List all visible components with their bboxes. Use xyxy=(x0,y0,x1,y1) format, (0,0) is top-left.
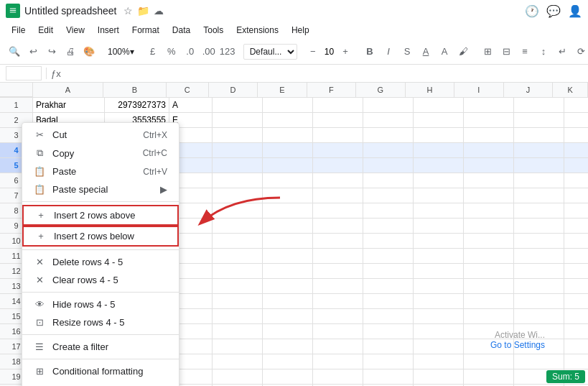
cell[interactable] xyxy=(213,324,263,339)
col-header-g[interactable]: G xyxy=(356,83,406,97)
cloud-icon[interactable]: ☁ xyxy=(154,5,164,17)
cell[interactable] xyxy=(213,98,263,112)
cell[interactable] xyxy=(263,369,313,384)
cell[interactable] xyxy=(464,249,514,263)
cell[interactable] xyxy=(414,98,464,112)
cell-reference[interactable]: 4:5 xyxy=(6,66,42,81)
cell[interactable] xyxy=(263,113,313,127)
context-menu-item[interactable]: ⧉CopyCtrl+C xyxy=(22,144,179,162)
cell[interactable] xyxy=(464,188,514,203)
cell[interactable] xyxy=(363,264,414,278)
col-header-c[interactable]: C xyxy=(167,83,209,97)
wrap-btn[interactable]: ↵ xyxy=(554,42,571,62)
cell[interactable] xyxy=(363,98,414,112)
cell[interactable] xyxy=(464,203,514,218)
cell[interactable] xyxy=(464,113,514,127)
star-icon[interactable]: ☆ xyxy=(123,5,133,17)
col-header-k[interactable]: K xyxy=(553,83,588,97)
cell[interactable] xyxy=(564,113,588,127)
cell[interactable] xyxy=(564,324,588,339)
cell[interactable]: Prakhar xyxy=(33,98,105,112)
history-icon[interactable]: 🕐 xyxy=(525,4,539,18)
context-menu-item[interactable]: ✕Clear rows 4 - 5 xyxy=(22,271,179,289)
cell[interactable] xyxy=(363,279,414,293)
cell[interactable] xyxy=(464,264,514,278)
cell[interactable] xyxy=(564,264,588,278)
rotate-btn[interactable]: ⟳ xyxy=(572,42,588,62)
cell[interactable] xyxy=(514,128,564,142)
cell[interactable] xyxy=(514,98,564,112)
col-header-e[interactable]: E xyxy=(258,83,307,97)
cell[interactable] xyxy=(564,188,588,203)
cell[interactable] xyxy=(464,98,514,112)
cell[interactable] xyxy=(313,113,363,127)
cell[interactable] xyxy=(464,234,514,248)
borders-btn[interactable]: ⊞ xyxy=(479,42,496,62)
cell[interactable] xyxy=(313,339,363,354)
context-menu-item[interactable]: 📋PasteCtrl+V xyxy=(22,162,179,180)
cell[interactable] xyxy=(464,294,514,308)
cell[interactable] xyxy=(564,354,588,369)
cell[interactable] xyxy=(263,324,313,339)
context-menu-item[interactable]: ⊡Resize rows 4 - 5 xyxy=(22,313,179,331)
cell[interactable] xyxy=(263,128,313,142)
cell[interactable] xyxy=(464,309,514,323)
cell[interactable] xyxy=(363,354,414,369)
cell[interactable] xyxy=(514,173,564,188)
cell[interactable] xyxy=(564,219,588,233)
cell[interactable] xyxy=(464,173,514,188)
cell[interactable] xyxy=(414,309,464,323)
cell[interactable] xyxy=(213,294,263,308)
cell[interactable] xyxy=(263,234,313,248)
font-size-decrease[interactable]: − xyxy=(304,42,322,62)
cell[interactable] xyxy=(414,339,464,354)
cell[interactable] xyxy=(414,369,464,384)
cell[interactable] xyxy=(313,173,363,188)
cell[interactable] xyxy=(363,219,414,233)
cell[interactable] xyxy=(514,354,564,369)
cell[interactable] xyxy=(363,188,414,203)
cell[interactable] xyxy=(464,143,514,157)
cell[interactable] xyxy=(414,279,464,293)
cell[interactable] xyxy=(213,128,263,142)
cell[interactable] xyxy=(213,369,263,384)
strikethrough-btn[interactable]: S xyxy=(398,42,416,62)
cell[interactable] xyxy=(414,143,464,157)
cell[interactable] xyxy=(263,158,313,173)
menu-edit[interactable]: Edit xyxy=(32,24,59,37)
cell[interactable]: A xyxy=(169,98,213,112)
cell[interactable] xyxy=(564,249,588,263)
context-menu-item[interactable]: ⊞Conditional formatting xyxy=(22,362,179,380)
format123-btn[interactable]: 123 xyxy=(219,42,236,62)
cell[interactable] xyxy=(564,98,588,112)
cell[interactable] xyxy=(564,234,588,248)
cell[interactable] xyxy=(263,309,313,323)
cell[interactable] xyxy=(514,113,564,127)
cell[interactable] xyxy=(464,128,514,142)
menu-file[interactable]: File xyxy=(6,24,31,37)
cell[interactable] xyxy=(313,264,363,278)
cell[interactable] xyxy=(414,203,464,218)
cell[interactable] xyxy=(514,188,564,203)
cell[interactable] xyxy=(514,309,564,323)
cell[interactable] xyxy=(363,294,414,308)
underline-btn[interactable]: A xyxy=(417,42,434,62)
decimal1-btn[interactable]: .0 xyxy=(182,42,199,62)
cell[interactable] xyxy=(263,188,313,203)
cell[interactable] xyxy=(363,324,414,339)
cell[interactable] xyxy=(313,203,363,218)
context-menu-item[interactable]: +Insert 2 rows above xyxy=(22,205,179,226)
cell[interactable] xyxy=(514,264,564,278)
cell[interactable] xyxy=(564,279,588,293)
cell[interactable] xyxy=(464,354,514,369)
cell[interactable] xyxy=(263,173,313,188)
comments-icon[interactable]: 💬 xyxy=(546,4,561,18)
cell[interactable] xyxy=(313,369,363,384)
cell[interactable] xyxy=(564,158,588,173)
cell[interactable] xyxy=(514,249,564,263)
cell[interactable] xyxy=(313,158,363,173)
cell[interactable] xyxy=(514,234,564,248)
share-icon[interactable]: 👤 xyxy=(568,4,582,18)
menu-tools[interactable]: Tools xyxy=(197,24,229,37)
menu-format[interactable]: Format xyxy=(126,24,165,37)
